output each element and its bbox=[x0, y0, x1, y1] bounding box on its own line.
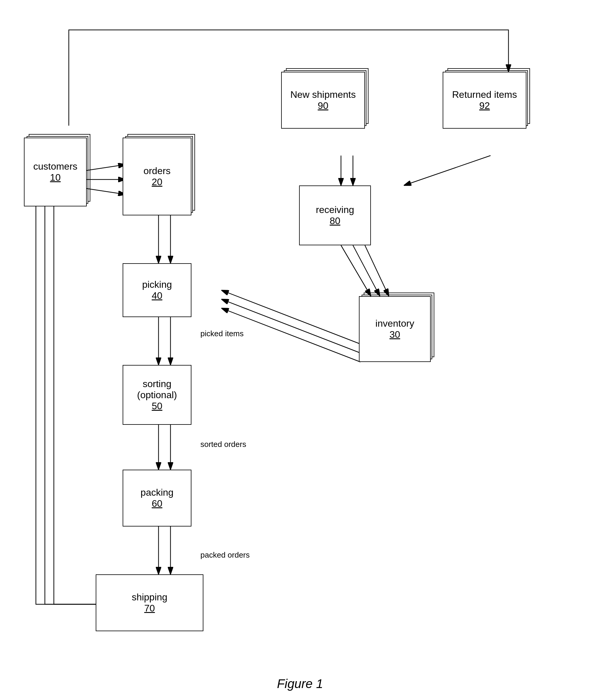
new-shipments-num: 90 bbox=[318, 100, 328, 111]
receiving-label: receiving bbox=[316, 204, 354, 216]
sorting-node: sorting(optional) 50 bbox=[123, 365, 192, 425]
customers-num: 10 bbox=[50, 172, 61, 183]
svg-line-18 bbox=[341, 245, 371, 296]
svg-line-17 bbox=[404, 155, 491, 185]
inventory-node: inventory 30 bbox=[359, 296, 431, 362]
picked-items-label: picked items bbox=[200, 329, 244, 338]
picking-label: picking bbox=[142, 279, 172, 290]
inventory-num: 30 bbox=[390, 329, 400, 340]
picking-node: picking 40 bbox=[123, 263, 192, 317]
customers-node: customers 10 bbox=[24, 138, 87, 206]
packing-num: 60 bbox=[152, 498, 162, 509]
picking-num: 40 bbox=[152, 290, 162, 301]
new-shipments-node: New shipments 90 bbox=[281, 72, 365, 129]
svg-line-1 bbox=[86, 165, 126, 171]
returned-items-label: Returned items bbox=[452, 89, 517, 100]
svg-line-19 bbox=[353, 245, 380, 296]
svg-line-20 bbox=[365, 245, 389, 296]
sorting-num: 50 bbox=[152, 401, 162, 411]
orders-num: 20 bbox=[152, 176, 162, 188]
sorted-orders-label: sorted orders bbox=[200, 440, 246, 449]
sorting-label: sorting(optional) bbox=[137, 378, 177, 401]
shipping-num: 70 bbox=[144, 603, 155, 614]
orders-label: orders bbox=[144, 166, 171, 176]
orders-node: orders 20 bbox=[123, 138, 192, 216]
svg-line-7 bbox=[221, 299, 360, 353]
figure-caption: Figure 1 bbox=[277, 677, 323, 691]
returned-items-num: 92 bbox=[479, 100, 490, 111]
svg-line-3 bbox=[86, 189, 126, 195]
packing-label: packing bbox=[141, 487, 173, 498]
packed-orders-label: packed orders bbox=[200, 550, 250, 560]
receiving-node: receiving 80 bbox=[299, 185, 371, 245]
inventory-label: inventory bbox=[375, 318, 414, 329]
packing-node: packing 60 bbox=[123, 470, 192, 526]
shipping-label: shipping bbox=[132, 592, 167, 603]
new-shipments-label: New shipments bbox=[291, 89, 356, 100]
returned-items-node: Returned items 92 bbox=[443, 72, 526, 129]
shipping-node: shipping 70 bbox=[96, 574, 203, 631]
receiving-num: 80 bbox=[330, 216, 341, 226]
customers-label: customers bbox=[33, 161, 77, 172]
